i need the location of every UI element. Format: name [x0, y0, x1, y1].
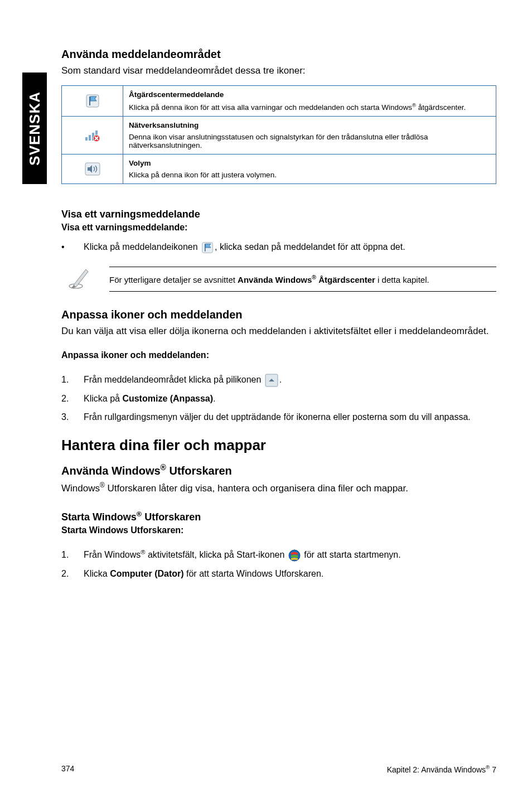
volume-icon	[84, 161, 101, 177]
bullet-list: • Klicka på meddelandeikonen , klicka se…	[61, 240, 496, 254]
intro-explorer: Windows® Utforskaren låter dig visa, han…	[61, 481, 496, 495]
pen-icon	[67, 265, 93, 293]
page-number: 374	[61, 764, 74, 774]
heading-start-explorer: Starta Windows® Utforskaren	[61, 510, 496, 523]
row-desc: Denna ikon visar anslutningsstatusen och…	[129, 133, 428, 149]
intro-customize: Du kan välja att visa eller dölja ikoner…	[61, 325, 496, 338]
notification-table: Åtgärdscentermeddelande Klicka på denna …	[61, 85, 496, 185]
subheading-warning: Visa ett varningsmeddelande:	[61, 223, 496, 233]
desc-cell: Volym Klicka på denna ikon för att juste…	[123, 154, 496, 184]
chapter-label: Kapitel 2: Använda Windows® 7	[387, 764, 496, 774]
subheading-customize: Anpassa ikoner och meddelanden:	[61, 350, 496, 360]
language-label: SVENSKA	[26, 91, 43, 166]
heading-customize: Anpassa ikoner och meddelanden	[61, 308, 496, 321]
row-desc: Klicka på denna ikon för att visa alla v…	[129, 103, 466, 112]
heading-warning: Visa ett varningsmeddelande	[61, 209, 496, 220]
svg-rect-2	[85, 137, 88, 141]
row-title: Nätverksanslutning	[129, 121, 490, 129]
network-icon	[84, 127, 101, 144]
table-row: Åtgärdscentermeddelande Klicka på denna …	[62, 85, 496, 117]
list-item: 3. Från rullgardingsmenyn väljer du det …	[61, 410, 496, 424]
list-item: • Klicka på meddelandeikonen , klicka se…	[61, 240, 496, 254]
intro-notification-area: Som standard visar meddelandeområdet des…	[61, 64, 496, 78]
note-box: För ytterligare detaljer se avsnittet An…	[61, 265, 496, 293]
icon-cell	[62, 154, 123, 184]
note-text: För ytterligare detaljer se avsnittet An…	[109, 267, 496, 292]
language-tab: SVENSKA	[22, 73, 47, 184]
row-desc: Klicka på denna ikon för att justera vol…	[129, 171, 277, 179]
icon-cell	[62, 117, 123, 154]
svg-rect-9	[85, 163, 100, 175]
page-footer: 374 Kapitel 2: Använda Windows® 7	[61, 764, 496, 774]
desc-cell: Nätverksanslutning Denna ikon visar ansl…	[123, 117, 496, 154]
arrow-up-icon	[265, 374, 278, 387]
table-row: Nätverksanslutning Denna ikon visar ansl…	[62, 117, 496, 154]
list-item: 2. Klicka Computer (Dator) för att start…	[61, 567, 496, 581]
start-icon	[288, 549, 301, 562]
heading-explorer: Använda Windows® Utforskaren	[61, 463, 496, 477]
list-item: 1. Från Windows® aktivitetsfält, klicka …	[61, 548, 496, 562]
list-item: 2. Klicka på Customize (Anpassa).	[61, 392, 496, 406]
flag-icon	[201, 241, 214, 254]
desc-cell: Åtgärdscentermeddelande Klicka på denna …	[123, 85, 496, 117]
row-title: Volym	[129, 159, 490, 167]
steps-customize: 1. Från meddelandeområdet klicka på pili…	[61, 373, 496, 424]
subheading-start-explorer: Starta Windows Utforskaren:	[61, 525, 496, 535]
heading-notification-area: Använda meddelandeområdet	[61, 48, 496, 61]
icon-cell	[62, 85, 123, 117]
heading-files: Hantera dina filer och mappar	[61, 437, 496, 454]
svg-rect-3	[89, 135, 91, 141]
steps-explorer: 1. Från Windows® aktivitetsfält, klicka …	[61, 548, 496, 581]
flag-icon	[84, 93, 101, 109]
main-content: Använda meddelandeområdet Som standard v…	[61, 48, 496, 593]
list-item: 1. Från meddelandeområdet klicka på pili…	[61, 373, 496, 387]
table-row: Volym Klicka på denna ikon för att juste…	[62, 154, 496, 184]
row-title: Åtgärdscentermeddelande	[129, 90, 490, 99]
